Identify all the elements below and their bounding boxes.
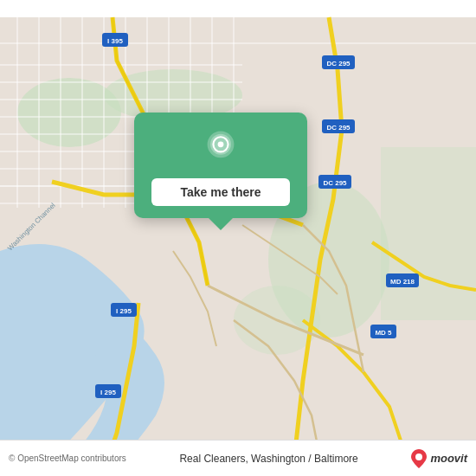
svg-text:MD 218: MD 218: [390, 278, 415, 286]
svg-rect-4: [381, 147, 476, 320]
svg-text:I 295: I 295: [100, 389, 116, 396]
svg-text:I 395: I 395: [107, 37, 123, 45]
svg-text:DC 295: DC 295: [326, 124, 351, 132]
popup-card: Take me there: [134, 113, 307, 218]
map-attribution: © OpenStreetMap contributors: [9, 453, 126, 463]
svg-text:DC 295: DC 295: [323, 179, 347, 187]
svg-point-50: [218, 141, 224, 147]
svg-text:I 295: I 295: [116, 307, 132, 315]
location-pin-icon: [200, 128, 241, 170]
svg-text:DC 295: DC 295: [326, 60, 351, 68]
svg-point-1: [17, 78, 121, 147]
map-container: Washington Channel I 395 I 695 DC 295 DC…: [0, 0, 476, 476]
attribution-text: © OpenStreetMap contributors: [9, 453, 126, 463]
moovit-text: moovit: [430, 452, 467, 465]
moovit-logo: moovit: [411, 449, 467, 468]
moovit-pin-icon: [411, 449, 427, 468]
take-me-there-button[interactable]: Take me there: [151, 178, 290, 206]
bottom-bar: © OpenStreetMap contributors Real Cleane…: [0, 440, 476, 476]
svg-text:MD 5: MD 5: [375, 329, 392, 337]
location-info: Real Cleaners, Washington / Baltimore: [126, 453, 412, 465]
map-background: Washington Channel I 395 I 695 DC 295 DC…: [0, 0, 476, 476]
svg-point-51: [415, 453, 422, 460]
